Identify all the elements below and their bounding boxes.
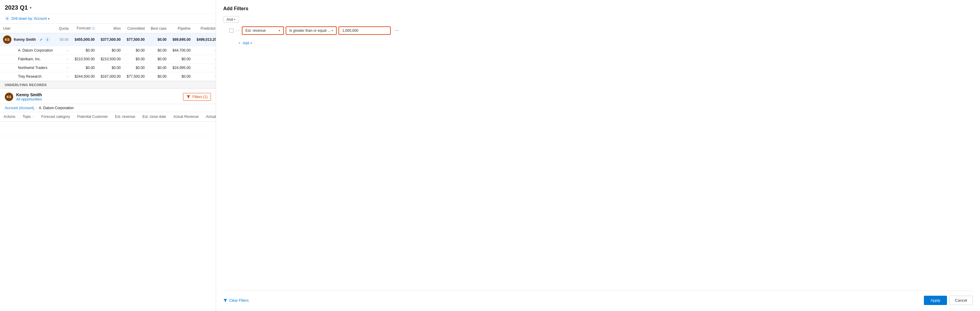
drill-down-button[interactable]: Drill down by: Account ▾ (11, 16, 49, 21)
filter-row-checkbox[interactable] (229, 29, 234, 33)
opportunities-table-wrapper: ActionsTopic ↑Forecast categoryPotential… (0, 112, 216, 311)
user-name: Kenny Smith (16, 92, 42, 97)
and-badge[interactable]: And ▾ (223, 16, 239, 23)
add-filter-row: ＋ Add ▾ (235, 39, 973, 47)
clear-filter-icon (223, 298, 228, 303)
underlying-header: KS Kenny Smith All opportunities Filters… (0, 89, 216, 104)
filter-value-input[interactable] (339, 26, 391, 35)
drill-down-icon (5, 16, 10, 21)
forecast-table: User Quota Forecast ⓘ Won Committed Best… (0, 24, 216, 81)
drill-down-chevron: ▾ (48, 17, 49, 21)
col-quota: Quota (56, 24, 72, 33)
filter-field-chevron: ▾ (279, 29, 280, 32)
row-avatar: KS (3, 35, 11, 44)
col-won: Won (98, 24, 124, 33)
account-name: Trey Research (0, 72, 56, 81)
cancel-button[interactable]: Cancel (950, 296, 973, 305)
col-bestcase: Best case (148, 24, 170, 33)
filter-row: Est. revenue ▾ Is greater than or equal … (229, 26, 973, 35)
add-label: Add (243, 41, 249, 45)
col-user: User (0, 24, 56, 33)
forecast-account-row[interactable]: Trey Research -- $244,500.00 $167,000.00… (0, 72, 216, 81)
period-dropdown-chevron[interactable]: ▾ (30, 6, 32, 10)
clear-filters-button[interactable]: Clear Filters (223, 298, 249, 303)
breadcrumb-separator: › (36, 106, 37, 110)
breadcrumb: Account (Account) › A. Datum Corporation (0, 104, 216, 112)
col-forecast: Forecast ⓘ (72, 24, 98, 33)
filter-and-row: And ▾ (223, 16, 973, 23)
opp-col-3: Potential Customer (73, 112, 111, 121)
opp-col-1: Topic ↑ (19, 112, 38, 121)
filters-button[interactable]: Filters (1) (183, 93, 211, 101)
underlying-records-label: UNDERLYING RECORDS (0, 81, 216, 89)
nav-icon[interactable]: ⤢ (38, 37, 43, 42)
opp-col-7: Actual Close D... (202, 112, 216, 121)
add-chevron: ▾ (251, 42, 252, 45)
no-rows-label (0, 121, 216, 136)
col-prediction: Prediction (194, 24, 216, 33)
forecast-account-row[interactable]: A. Datum Corporation -- $0.00 $0.00 $0.0… (0, 46, 216, 55)
filter-operator-dropdown[interactable]: Is greater than or equal ... ▾ (286, 26, 337, 35)
all-opportunities-link[interactable]: All opportunities (16, 97, 42, 102)
filter-op-chevron: ▾ (332, 29, 333, 32)
account-name: Fabrikam, Inc. (0, 55, 56, 63)
period-title: 2023 Q1 (5, 4, 28, 11)
add-filters-title: Add Filters (223, 6, 973, 11)
user-cell: KS Kenny Smith ⤢ i (0, 33, 56, 46)
user-avatar: KS (5, 93, 13, 101)
opp-col-2: Forecast category (38, 112, 73, 121)
add-filters-panel: Add Filters And ▾ Est. revenue ▾ Is grea… (216, 0, 980, 311)
opp-col-6: Actual Revenue (170, 112, 202, 121)
breadcrumb-part2: A. Datum Corporation (39, 106, 73, 110)
connector-line (235, 30, 240, 31)
opp-col-0: Actions (0, 112, 19, 121)
opp-col-5: Est. close date (139, 112, 170, 121)
col-pipeline: Pipeline (170, 24, 194, 33)
underlying-section: KS Kenny Smith All opportunities Filters… (0, 89, 216, 311)
forecast-table-section: User Quota Forecast ⓘ Won Committed Best… (0, 24, 216, 81)
forecast-user-row[interactable]: KS Kenny Smith ⤢ i $0.00 $455,000.00 $37… (0, 33, 216, 46)
breadcrumb-part1[interactable]: Account (Account) (5, 106, 34, 110)
sort-icon[interactable]: ↑ (33, 116, 34, 119)
and-chevron: ▾ (234, 18, 235, 21)
opportunities-table: ActionsTopic ↑Forecast categoryPotential… (0, 112, 216, 136)
filter-more-button[interactable]: ··· (393, 26, 401, 35)
underlying-user-info: KS Kenny Smith All opportunities (5, 92, 42, 102)
info-icon[interactable]: i (45, 37, 50, 42)
add-filter-button[interactable]: ＋ Add ▾ (235, 39, 255, 47)
footer-actions: Apply Cancel (924, 296, 973, 305)
add-icon: ＋ (238, 40, 241, 46)
col-committed: Committed (124, 24, 148, 33)
account-name: A. Datum Corporation (0, 46, 56, 55)
filter-field-dropdown[interactable]: Est. revenue ▾ (242, 26, 284, 35)
account-name: Northwind Traders (0, 63, 56, 72)
forecast-account-row[interactable]: Fabrikam, Inc. -- $210,500.00 $210,500.0… (0, 55, 216, 63)
forecast-account-row[interactable]: Northwind Traders -- $0.00 $0.00 $0.00 $… (0, 63, 216, 72)
opp-col-4: Est. revenue (111, 112, 138, 121)
apply-button[interactable]: Apply (924, 296, 947, 305)
filter-panel-footer: Clear Filters Apply Cancel (223, 290, 973, 305)
filter-icon (186, 95, 191, 99)
